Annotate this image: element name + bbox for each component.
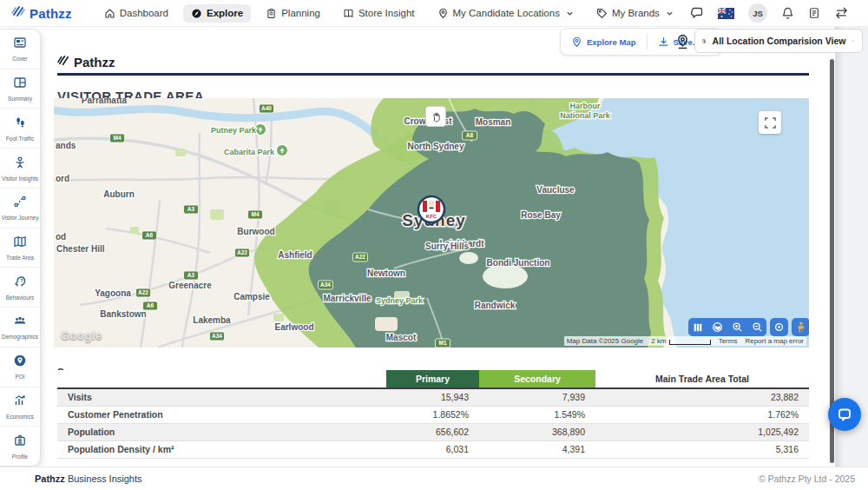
brand-wordmark: Pathzz — [30, 6, 72, 21]
svg-text:A22: A22 — [138, 289, 148, 295]
nav-label: My Candidate Locations — [453, 8, 560, 18]
map-label-north-sydney: North Sydney — [407, 142, 464, 151]
map-label-earlwood: Earlwood — [274, 322, 313, 332]
map-label-putney-park: Putney Park — [211, 126, 257, 135]
summary-column-secondary: Secondary — [479, 370, 595, 388]
sidebar-item-visitor-insights[interactable]: Visitor Insights — [0, 149, 40, 189]
road-badge-a34: A34 — [319, 281, 333, 289]
footer-brand: Pathzz Business Insights — [35, 473, 142, 484]
road-badge-m4: M4 — [110, 134, 125, 142]
compare-swap-icon[interactable] — [834, 7, 849, 19]
report-document-icon[interactable] — [808, 6, 820, 20]
sidebar-item-label: Visitor Insights — [2, 175, 38, 182]
comparison-view-value: All Location Comparision View — [713, 36, 846, 46]
tag-icon — [596, 8, 608, 19]
pathzz-hatch-icon — [11, 4, 25, 22]
sidebar-item-visitor-journey[interactable]: Visitor Journey — [0, 189, 40, 228]
nav-explore[interactable]: Explore — [183, 4, 251, 23]
summary-row-customer-penetration: Customer Penetration1.8652%1.549%1.762% — [57, 406, 809, 423]
map-controls — [688, 318, 809, 336]
row-value: 1.8652% — [386, 406, 479, 423]
top-navbar: Pathzz DashboardExplorePlanningStore Ins… — [0, 0, 868, 27]
nav-label: My Brands — [612, 8, 660, 18]
row-value: 23,882 — [595, 388, 809, 406]
road-badge-a22: A22 — [136, 288, 151, 297]
chevron-down-icon — [566, 10, 574, 17]
pathzz-logo[interactable]: Pathzz — [0, 4, 72, 22]
footer-copyright: © Pathzz Pty Ltd - 2025 — [759, 473, 855, 484]
sidebar-item-demographics[interactable]: Demographics — [0, 308, 40, 348]
map-fullscreen-button[interactable] — [759, 111, 781, 134]
trade-area-map[interactable]: M4A40A3M4A6A22A3A22A6A34A34A22A8M1 Parra… — [54, 98, 809, 348]
map-zoom-out-button[interactable] — [748, 318, 766, 336]
terms-link[interactable]: Terms — [719, 337, 738, 345]
sidebar-item-cover[interactable]: Cover — [0, 30, 40, 70]
google-logo: Google — [61, 329, 102, 342]
sidebar-item-behaviours[interactable]: ?Behaviours — [0, 268, 40, 308]
nav-dashboard[interactable]: Dashboard — [96, 4, 176, 23]
sidebar-item-trade-area[interactable]: Trade Area — [0, 228, 40, 268]
people-icon — [13, 314, 27, 331]
poi-icon — [13, 354, 27, 371]
sidebar-item-economics[interactable]: Economics — [0, 387, 40, 427]
map-label-mascot: Mascot — [386, 333, 417, 342]
road-badge-a22: A22 — [235, 248, 250, 257]
sidebar-item-label: Behaviours — [6, 295, 35, 301]
street-view-pegman-button[interactable] — [792, 318, 809, 336]
map-label-campsie: Campsie — [233, 292, 270, 301]
map-label-randwick: Randwick — [475, 301, 516, 310]
svg-text:A3: A3 — [187, 272, 195, 278]
route-icon — [13, 195, 27, 212]
feedback-chat-icon[interactable] — [690, 6, 704, 20]
svg-text:M4: M4 — [113, 135, 121, 141]
explore-map-button[interactable]: Explore Map — [561, 29, 647, 55]
nav-store-insight[interactable]: Store Insight — [335, 4, 423, 23]
summary-table: PrimarySecondaryMain Trade Area Total Vi… — [57, 370, 809, 459]
sidebar-item-profile[interactable]: Profile — [0, 427, 40, 466]
nav-my-candidate-locations[interactable]: My Candidate Locations — [430, 4, 582, 23]
notifications-bell-icon[interactable] — [781, 6, 794, 20]
map-globe-button[interactable] — [708, 318, 727, 336]
row-value: 5,316 — [595, 440, 809, 458]
summary-column-main-trade-area-total: Main Trade Area Total — [595, 370, 809, 388]
feet-icon — [14, 116, 27, 133]
chat-widget-button[interactable] — [828, 398, 861, 431]
summary-row-visits: Visits15,9437,93923,882 — [57, 388, 809, 406]
svg-text:?: ? — [20, 278, 23, 283]
report-map-error-link[interactable]: Report a map error — [745, 337, 804, 345]
map-zoom-in-button[interactable] — [728, 318, 746, 336]
road-badge-m1: M1 — [436, 339, 450, 348]
nav-my-brands[interactable]: My Brands — [589, 4, 681, 23]
map-label-bankstown: Bankstown — [100, 309, 146, 319]
road-badge-a3: A3 — [184, 271, 199, 280]
home-icon — [104, 8, 115, 19]
svg-text:M4: M4 — [251, 211, 259, 217]
map-label-rose-bay: Rose Bay — [521, 210, 561, 220]
chat-bubble-icon — [836, 406, 853, 423]
comparison-view-select[interactable]: All Location Comparision View — [694, 29, 863, 53]
road-badge-a8: A8 — [463, 131, 477, 140]
sidebar-item-summary[interactable]: Summary — [0, 70, 40, 109]
road-badge-a6: A6 — [142, 231, 157, 240]
row-label: Population Density / km² — [57, 440, 386, 458]
sidebar-item-label: Demographics — [2, 334, 38, 340]
row-value: 1.549% — [479, 406, 595, 423]
map-label-chester-hill: Chester Hill — [56, 244, 105, 254]
nav-planning[interactable]: Planning — [258, 4, 328, 23]
sidebar-item-foot-traffic[interactable]: Foot Traffic — [0, 109, 40, 149]
sidebar-item-label: Economics — [6, 414, 34, 420]
map-label-yagoona: Yagoona — [95, 288, 131, 298]
map-layers-button[interactable] — [688, 318, 707, 336]
person-icon — [13, 156, 27, 173]
map-recenter-button[interactable] — [770, 318, 788, 336]
sidebar-item-label: Visitor Journey — [2, 215, 39, 221]
sidebar-item-poi[interactable]: POI — [0, 348, 40, 387]
user-avatar[interactable]: JS — [748, 3, 767, 23]
svg-text:KFC: KFC — [426, 214, 437, 219]
cover-icon — [13, 36, 27, 53]
location-marker-button[interactable] — [674, 33, 691, 50]
nav-label: Store Insight — [358, 8, 415, 18]
australia-flag-icon[interactable] — [718, 8, 734, 19]
map-label-bondi-junction: Bondi Junction — [487, 258, 550, 268]
row-value: 1.762% — [595, 406, 809, 423]
